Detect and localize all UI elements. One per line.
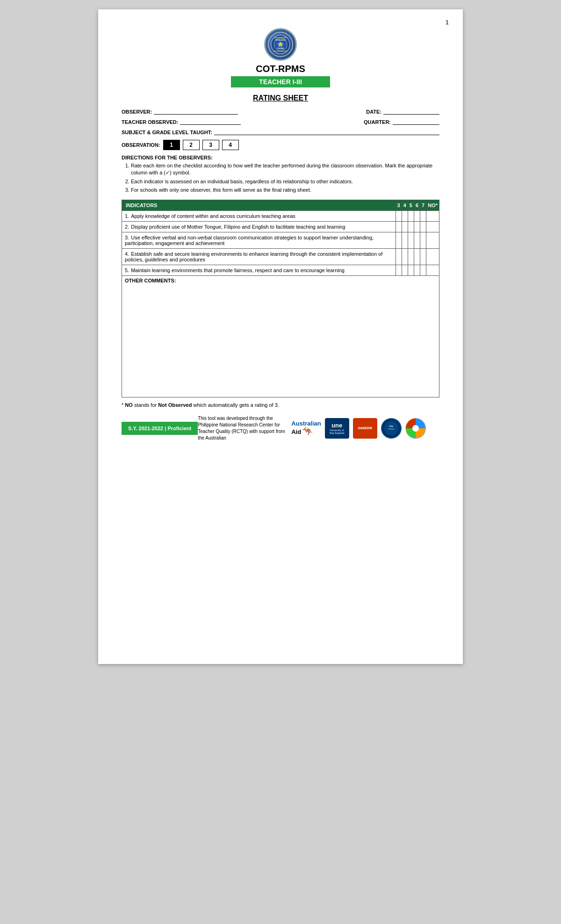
observer-field[interactable] xyxy=(154,114,238,115)
svg-text:KAGAWARAN: KAGAWARAN xyxy=(274,36,287,39)
footnote: * NO stands for Not Observed which autom… xyxy=(122,402,439,408)
indicator-5-col6[interactable] xyxy=(414,265,420,275)
indicator-1-col7[interactable] xyxy=(420,210,426,221)
indicator-3-colno[interactable] xyxy=(426,232,439,248)
other-comments-cell[interactable]: OTHER COMMENTS: xyxy=(122,275,439,397)
svg-text:PILIPINAS: PILIPINAS xyxy=(277,48,284,50)
quarter-label: QUARTER: xyxy=(364,119,391,125)
indicator-2-text: 2.Display proficient use of Mother Tongu… xyxy=(122,221,396,232)
rating-sheet-subtitle: RATING SHEET xyxy=(122,94,439,102)
obs-box-3[interactable]: 3 xyxy=(202,140,219,150)
date-group: DATE: xyxy=(366,109,439,115)
indicator-5-col4[interactable] xyxy=(402,265,408,275)
simerr-logo: SiMERR xyxy=(353,418,377,439)
indicator-1-col6[interactable] xyxy=(414,210,420,221)
svg-text:DEPED: DEPED xyxy=(388,428,395,430)
indicator-5-col7[interactable] xyxy=(420,265,426,275)
page-title: COT-RPMS xyxy=(122,64,439,74)
indicator-3-col4[interactable] xyxy=(402,232,408,248)
indicator-4-col5[interactable] xyxy=(408,248,414,265)
aid-text: Aid xyxy=(291,428,301,435)
date-label: DATE: xyxy=(366,109,381,115)
subject-field[interactable] xyxy=(214,135,439,135)
quarter-group: QUARTER: xyxy=(364,119,439,125)
table-row: 3.Use effective verbal and non-verbal cl… xyxy=(122,232,439,248)
indicator-3-col6[interactable] xyxy=(414,232,420,248)
indicator-1-col3[interactable] xyxy=(396,210,402,221)
direction-item-3: For schools with only one observer, this… xyxy=(131,187,439,194)
indicator-2-colno[interactable] xyxy=(426,221,439,232)
directions-list: Rate each item on the checklist accordin… xyxy=(122,162,439,194)
date-field[interactable] xyxy=(383,114,439,115)
logo-header: KAGAWARAN NG EDUKASYON REPUBLIKA NG PILI… xyxy=(122,28,439,61)
footer-logos: Australian Aid 🦘 une University ofNew En… xyxy=(291,418,426,439)
indicator-4-col4[interactable] xyxy=(402,248,408,265)
directions-title: DIRECTIONS FOR THE OBSERVERS: xyxy=(122,155,439,160)
direction-item-1: Rate each item on the checklist accordin… xyxy=(131,162,439,177)
teacher-observed-label: TEACHER OBSERVED: xyxy=(122,119,178,125)
other-comments-row: OTHER COMMENTS: xyxy=(122,275,439,397)
indicator-3-text: 3.Use effective verbal and non-verbal cl… xyxy=(122,232,396,248)
indicator-1-col4[interactable] xyxy=(402,210,408,221)
table-row: 2.Display proficient use of Mother Tongu… xyxy=(122,221,439,232)
indicator-2-col4[interactable] xyxy=(402,221,408,232)
indicator-4-col7[interactable] xyxy=(420,248,426,265)
header-7: 7 xyxy=(420,200,426,210)
colorful-logo xyxy=(405,418,426,439)
indicator-5-col3[interactable] xyxy=(396,265,402,275)
teacher-observed-group: TEACHER OBSERVED: xyxy=(122,119,241,125)
svg-point-13 xyxy=(412,425,419,432)
teacher-observed-field[interactable] xyxy=(180,124,241,125)
deped-seal: KAGAWARAN NG EDUKASYON REPUBLIKA NG PILI… xyxy=(264,28,297,61)
australian-text: Australian xyxy=(291,420,321,427)
indicator-2-col5[interactable] xyxy=(408,221,414,232)
quarter-field[interactable] xyxy=(393,124,439,125)
indicator-3-col5[interactable] xyxy=(408,232,414,248)
table-row: 5.Maintain learning environments that pr… xyxy=(122,265,439,275)
teacher-quarter-row: TEACHER OBSERVED: QUARTER: xyxy=(122,119,439,125)
table-row: 1.Apply knowledge of content within and … xyxy=(122,210,439,221)
teacher-badge-wrapper: TEACHER I-III xyxy=(122,76,439,90)
header-4: 4 xyxy=(402,200,408,210)
table-header-row: INDICATORS 3 4 5 6 7 NO* xyxy=(122,200,439,210)
indicators-table: INDICATORS 3 4 5 6 7 NO* 1.Apply knowled… xyxy=(122,200,439,397)
obs-box-4[interactable]: 4 xyxy=(222,140,239,150)
footer-description: This tool was developed through the Phil… xyxy=(198,415,291,441)
indicator-3-col7[interactable] xyxy=(420,232,426,248)
kangaroo-icon: 🦘 xyxy=(302,426,313,436)
svg-text:REPUBLIKA NG: REPUBLIKA NG xyxy=(275,39,286,41)
subject-label: SUBJECT & GRADE LEVEL TAUGHT: xyxy=(122,130,212,135)
indicator-5-text: 5.Maintain learning environments that pr… xyxy=(122,265,396,275)
indicator-1-colno[interactable] xyxy=(426,210,439,221)
indicator-4-col3[interactable] xyxy=(396,248,402,265)
indicator-4-colno[interactable] xyxy=(426,248,439,265)
indicator-3-col3[interactable] xyxy=(396,232,402,248)
seal-logo: PHIL DEPED xyxy=(381,418,402,439)
indicator-1-text: 1.Apply knowledge of content within and … xyxy=(122,210,396,221)
une-subtitle: University ofNew England xyxy=(330,429,344,434)
observation-label: OBSERVATION: xyxy=(122,142,160,148)
une-text: une xyxy=(331,422,342,429)
svg-text:NG EDUKASYON: NG EDUKASYON xyxy=(274,51,288,52)
other-comments-label: OTHER COMMENTS: xyxy=(125,278,176,283)
table-row: 4.Establish safe and secure learning env… xyxy=(122,248,439,265)
observer-group: OBSERVER: xyxy=(122,109,238,115)
observer-date-row: OBSERVER: DATE: xyxy=(122,109,439,115)
indicator-2-col7[interactable] xyxy=(420,221,426,232)
directions-section: DIRECTIONS FOR THE OBSERVERS: Rate each … xyxy=(122,155,439,194)
indicator-2-col6[interactable] xyxy=(414,221,420,232)
indicator-4-text: 4.Establish safe and secure learning env… xyxy=(122,248,396,265)
indicator-5-colno[interactable] xyxy=(426,265,439,275)
page-number: 1 xyxy=(446,19,449,26)
header-3: 3 xyxy=(396,200,402,210)
indicator-1-col5[interactable] xyxy=(408,210,414,221)
indicator-2-col3[interactable] xyxy=(396,221,402,232)
indicator-4-col6[interactable] xyxy=(414,248,420,265)
obs-box-1[interactable]: 1 xyxy=(163,140,180,150)
teacher-badge: TEACHER I-III xyxy=(231,76,330,87)
footer-year-label: S.Y. 2021-2022 | Proficient xyxy=(122,422,198,435)
obs-box-2[interactable]: 2 xyxy=(183,140,200,150)
page-footer: S.Y. 2021-2022 | Proficient This tool wa… xyxy=(122,415,439,441)
subject-row: SUBJECT & GRADE LEVEL TAUGHT: xyxy=(122,130,439,135)
indicator-5-col5[interactable] xyxy=(408,265,414,275)
